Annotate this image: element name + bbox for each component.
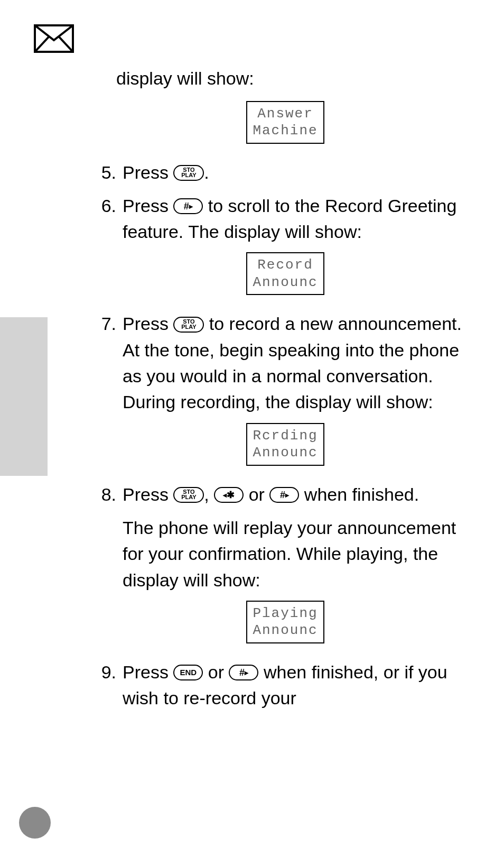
side-tab	[0, 317, 48, 476]
lcd-line: Announc	[253, 444, 318, 462]
step-9: 9. Press END or # when finished, or if y…	[95, 659, 475, 712]
step-number: 5.	[95, 160, 116, 186]
lcd-display-answer-machine: Answer Machine	[246, 101, 324, 144]
sto-play-key-icon: STOPLAY	[173, 487, 204, 503]
lcd-line: Announc	[253, 622, 318, 639]
step-number: 8.	[95, 482, 116, 508]
lcd-line: Answer	[253, 105, 318, 123]
step-7: 7. Press STOPLAY to record a new announc…	[95, 311, 475, 415]
step-body: Press END or # when finished, or if you …	[123, 659, 475, 712]
lcd-display-rcrding-announc: Rcrding Announc	[246, 423, 324, 466]
hash-right-key-icon: #	[269, 487, 299, 503]
step-8-follow: The phone will replay your announcement …	[123, 515, 475, 593]
page-content: display will show: Answer Machine 5. Pre…	[95, 66, 475, 719]
intro-text: display will show:	[116, 66, 475, 91]
step-number: 6.	[95, 193, 116, 245]
sto-play-key-icon: STOPLAY	[173, 165, 204, 181]
step-5: 5. Press STOPLAY.	[95, 160, 475, 186]
lcd-line: Machine	[253, 122, 318, 140]
hash-right-key-icon: #	[173, 198, 203, 214]
step-8: 8. Press STOPLAY, ✱ or # when finished.	[95, 482, 475, 508]
lcd-display-playing-announc: Playing Announc	[246, 601, 324, 643]
lcd-display-record-announc: Record Announc	[246, 252, 324, 295]
step-body: Press STOPLAY to record a new announceme…	[123, 311, 475, 415]
hash-right-key-icon: #	[229, 665, 258, 680]
end-key-icon: END	[173, 665, 203, 680]
lcd-line: Playing	[253, 605, 318, 622]
step-body: Press STOPLAY.	[123, 160, 475, 186]
lcd-line: Announc	[253, 274, 318, 291]
step-body: Press # to scroll to the Record Greeting…	[123, 193, 475, 245]
step-number: 9.	[95, 659, 116, 712]
step-number: 7.	[95, 311, 116, 415]
page-number-dot	[19, 807, 51, 839]
lcd-line: Record	[253, 256, 318, 274]
step-body: Press STOPLAY, ✱ or # when finished.	[123, 482, 475, 508]
lcd-line: Rcrding	[253, 427, 318, 445]
star-left-key-icon: ✱	[214, 487, 244, 503]
envelope-icon	[34, 24, 74, 55]
step-6: 6. Press # to scroll to the Record Greet…	[95, 193, 475, 245]
sto-play-key-icon: STOPLAY	[173, 317, 204, 333]
